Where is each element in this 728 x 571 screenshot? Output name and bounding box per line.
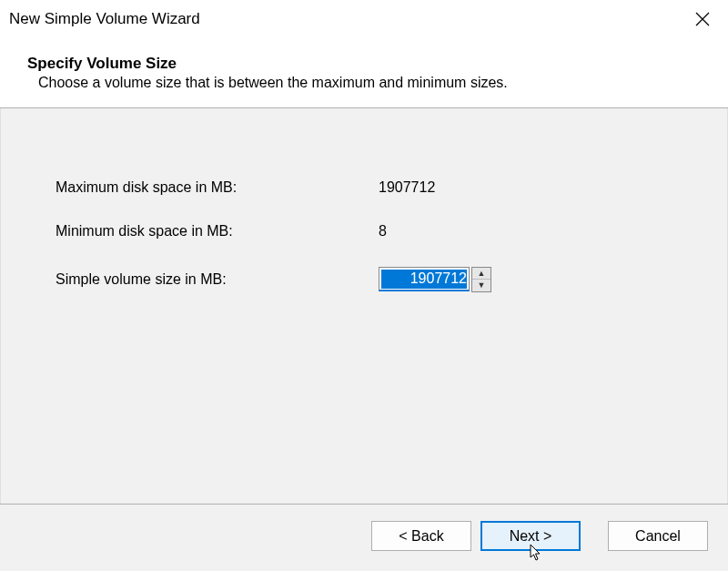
min-disk-row: Minimum disk space in MB: 8 [56, 223, 672, 240]
max-disk-label: Maximum disk space in MB: [56, 179, 379, 196]
min-disk-label: Minimum disk space in MB: [56, 223, 379, 240]
chevron-down-icon: ▼ [478, 281, 486, 290]
back-button[interactable]: < Back [371, 521, 471, 551]
max-disk-value: 1907712 [379, 179, 435, 196]
min-disk-value: 8 [379, 223, 387, 240]
close-button[interactable] [690, 6, 715, 32]
chevron-up-icon: ▲ [478, 270, 486, 278]
titlebar: New Simple Volume Wizard [0, 0, 728, 38]
volume-size-label: Simple volume size in MB: [56, 271, 379, 288]
wizard-content: Maximum disk space in MB: 1907712 Minimu… [0, 108, 728, 504]
wizard-header: Specify Volume Size Choose a volume size… [0, 38, 728, 108]
volume-size-selection: 1907712 [381, 270, 467, 289]
spin-up-button[interactable]: ▲ [472, 268, 490, 280]
wizard-footer: < Back Next > Cancel [0, 504, 728, 571]
close-icon [695, 12, 710, 26]
volume-size-row: Simple volume size in MB: 1907712 ▲ ▼ [56, 267, 672, 292]
cancel-button[interactable]: Cancel [608, 521, 708, 551]
page-subtitle: Choose a volume size that is between the… [27, 75, 719, 91]
max-disk-row: Maximum disk space in MB: 1907712 [56, 179, 672, 196]
volume-size-spinner: 1907712 ▲ ▼ [379, 267, 491, 292]
spin-down-button[interactable]: ▼ [472, 280, 490, 291]
spinner-buttons: ▲ ▼ [471, 267, 491, 292]
window-title: New Simple Volume Wizard [9, 10, 200, 28]
next-button[interactable]: Next > [480, 521, 581, 551]
page-title: Specify Volume Size [27, 55, 719, 73]
